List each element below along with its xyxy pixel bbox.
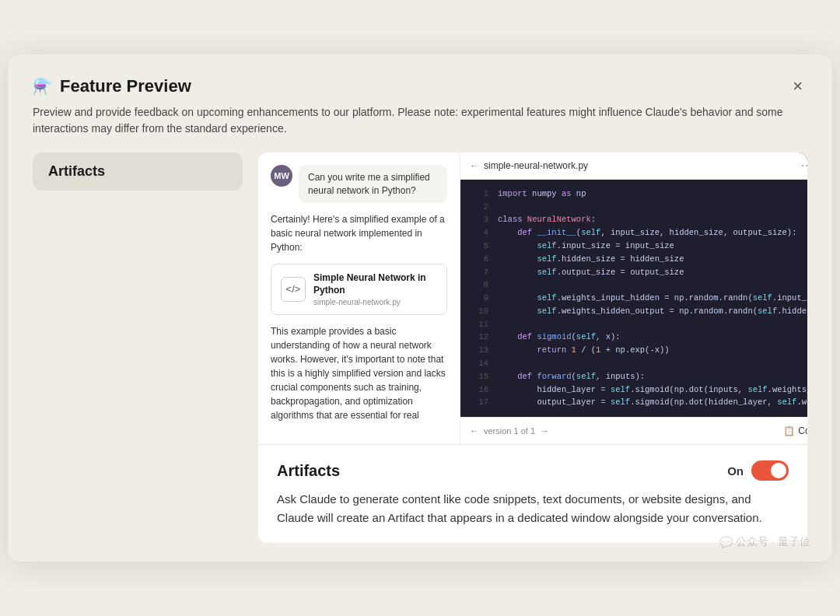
code-panel: ← simple-neural-network.py ··· × 1 impor… <box>460 152 807 445</box>
code-line-17: 17 output_layer = self.sigmoid(np.dot(hi… <box>460 396 807 409</box>
chat-panel: MW Can you write me a simplified neural … <box>258 152 460 445</box>
sidebar-item-artifacts[interactable]: Artifacts <box>33 152 243 191</box>
close-button[interactable]: × <box>788 76 807 96</box>
code-line-6: 6 self.hidden_size = hidden_size <box>460 253 807 266</box>
assistant-intro-text: Certainly! Here's a simplified example o… <box>271 212 447 254</box>
modal-description: Preview and provide feedback on upcoming… <box>33 104 807 137</box>
code-content: 1 import numpy as np 2 3 class NeuralNet… <box>460 180 807 418</box>
preview-area: MW Can you write me a simplified neural … <box>258 152 807 544</box>
version-back-icon[interactable]: ← <box>470 425 479 436</box>
artifact-name: Simple Neural Network in Python <box>313 272 437 296</box>
artifact-code-icon: </> <box>281 277 306 302</box>
user-avatar: MW <box>271 165 292 187</box>
code-line-12: 12 def sigmoid(self, x): <box>460 331 807 344</box>
code-line-13: 13 return 1 / (1 + np.exp(-x)) <box>460 344 807 357</box>
code-line-11: 11 <box>460 318 807 331</box>
toggle-knob <box>771 463 786 478</box>
toggle-row: On <box>727 460 789 481</box>
code-line-5: 5 self.input_size = input_size <box>460 240 807 253</box>
code-line-7: 7 self.output_size = output_size <box>460 266 807 279</box>
watermark-text: 公众号 · 量子位 <box>736 535 810 549</box>
version-text: version 1 of 1 <box>484 426 535 436</box>
assistant-body-text: This example provides a basic understand… <box>271 324 447 422</box>
artifacts-feature-description: Ask Claude to generate content like code… <box>277 490 789 527</box>
user-message-bubble: MW Can you write me a simplified neural … <box>271 165 447 204</box>
modal-header: ⚗️ Feature Preview × <box>33 76 807 96</box>
back-arrow-icon[interactable]: ← <box>470 160 479 171</box>
version-forward-icon[interactable]: → <box>540 425 549 436</box>
code-line-3: 3 class NeuralNetwork: <box>460 213 807 226</box>
artifact-info: Simple Neural Network in Python simple-n… <box>313 272 437 306</box>
code-line-1: 1 import numpy as np <box>460 187 807 201</box>
version-nav: ← version 1 of 1 → <box>470 425 549 436</box>
toggle-on-label: On <box>727 464 744 478</box>
code-filename: simple-neural-network.py <box>484 160 588 171</box>
flask-icon: ⚗️ <box>33 77 52 96</box>
artifact-card[interactable]: </> Simple Neural Network in Python simp… <box>271 264 447 314</box>
code-line-10: 10 self.weights_hidden_output = np.rando… <box>460 305 807 318</box>
user-message-text: Can you write me a simplified neural net… <box>299 165 447 204</box>
copy-label: Copy <box>798 425 807 436</box>
code-bottombar: ← version 1 of 1 → 📋 Copy <box>460 417 807 444</box>
copy-button[interactable]: 📋 Copy <box>777 422 807 439</box>
watermark: 💬 公众号 · 量子位 <box>719 535 810 549</box>
artifacts-toggle[interactable] <box>751 460 789 481</box>
code-topbar-left: ← simple-neural-network.py <box>470 160 588 171</box>
preview-top: MW Can you write me a simplified neural … <box>258 152 807 445</box>
code-topbar: ← simple-neural-network.py ··· × <box>460 152 807 180</box>
code-line-4: 4 def __init__(self, input_size, hidden_… <box>460 226 807 240</box>
modal-body: Artifacts MW Can you write me a simplifi… <box>33 152 807 544</box>
code-line-2: 2 <box>460 201 807 214</box>
code-line-15: 15 def forward(self, inputs): <box>460 370 807 383</box>
copy-icon: 📋 <box>783 425 795 436</box>
artifacts-feature-header: Artifacts On <box>277 460 789 481</box>
code-topbar-right: ··· × <box>801 159 807 173</box>
artifacts-feature-section: Artifacts On Ask Claude to generate cont… <box>258 445 807 543</box>
code-line-9: 9 self.weights_input_hidden = np.random.… <box>460 292 807 305</box>
feature-preview-modal: ⚗️ Feature Preview × Preview and provide… <box>8 54 832 562</box>
code-menu-dots[interactable]: ··· <box>801 159 807 173</box>
wechat-icon: 💬 <box>719 536 733 548</box>
artifacts-feature-title: Artifacts <box>277 462 340 480</box>
code-line-14: 14 <box>460 357 807 370</box>
code-line-16: 16 hidden_layer = self.sigmoid(np.dot(in… <box>460 383 807 397</box>
artifact-filename: simple-neural-network.py <box>313 298 437 306</box>
code-line-8: 8 <box>460 278 807 292</box>
modal-title: Feature Preview <box>60 76 191 96</box>
title-row: ⚗️ Feature Preview <box>33 76 191 96</box>
sidebar: Artifacts <box>33 152 243 544</box>
